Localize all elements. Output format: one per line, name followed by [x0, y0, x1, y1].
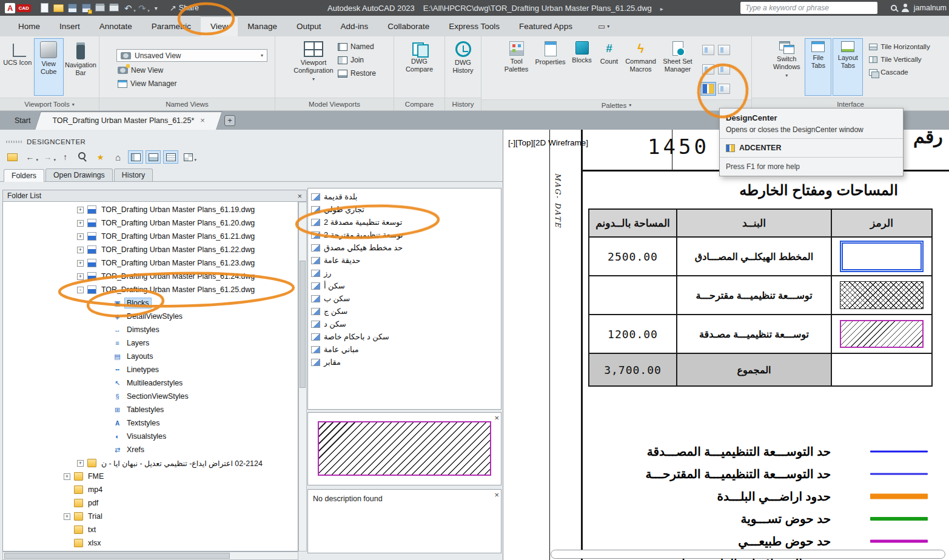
command-macros-button[interactable]: Command Macros: [623, 38, 659, 98]
content-item[interactable]: رز: [308, 267, 501, 279]
views-icon[interactable]: [181, 150, 196, 164]
preview-toggle-icon[interactable]: [146, 150, 161, 164]
ribbon-tab[interactable]: View: [201, 16, 238, 36]
content-item[interactable]: سكن ج: [308, 305, 501, 318]
panel-label-history[interactable]: History: [445, 98, 481, 110]
content-item[interactable]: توسعة تنظيمية مقترحة 2: [308, 228, 501, 241]
view-combo[interactable]: Unsaved View ▾: [116, 49, 267, 62]
tree-expander[interactable]: +: [77, 247, 84, 253]
close-icon[interactable]: ×: [297, 192, 302, 200]
count-button[interactable]: Count: [597, 38, 622, 98]
panel-label-compare[interactable]: Compare: [394, 98, 444, 110]
tree-expander[interactable]: +: [64, 473, 70, 480]
save-as-icon[interactable]: [80, 2, 93, 15]
tree-expander[interactable]: +: [64, 513, 70, 520]
search-icon[interactable]: [891, 5, 897, 11]
ribbon-tab[interactable]: Insert: [50, 16, 90, 36]
content-item[interactable]: حديقة عامة: [308, 254, 501, 267]
tree-item[interactable]: Visualstyles: [3, 430, 298, 443]
new-view-button[interactable]: New View: [116, 65, 267, 75]
command-line-edge[interactable]: [551, 550, 945, 559]
designcenter-icon[interactable]: [702, 84, 714, 94]
ribbon-tab[interactable]: Annotate: [90, 16, 142, 36]
tree-item[interactable]: DetailViewStyles: [3, 310, 298, 323]
dwg-compare-button[interactable]: DWG Compare: [404, 38, 435, 96]
redo-icon[interactable]: [136, 2, 149, 15]
palette-grid-icon-6[interactable]: [718, 84, 730, 94]
drawing-canvas[interactable]: [-][Top][2D Wireframe] 1450 رقم MAG- DAT…: [503, 130, 949, 560]
tree-item[interactable]: Dimstyles: [3, 323, 298, 336]
tree-item[interactable]: Blocks: [3, 296, 298, 310]
ribbon-tab[interactable]: Output: [287, 16, 331, 36]
designcenter-tab[interactable]: Open Drawings: [45, 168, 113, 181]
content-item[interactable]: سكن ب: [308, 292, 501, 305]
tree-expander[interactable]: +: [77, 260, 84, 267]
tree-item[interactable]: + TOR_Drafting Urban Master Plans_61.24.…: [3, 270, 298, 283]
viewport-controls[interactable]: [-][Top][2D Wireframe]: [508, 138, 588, 147]
share-button[interactable]: Share: [170, 4, 199, 13]
panel-label-palettes[interactable]: Palettes▾: [481, 99, 751, 110]
join-viewport-button[interactable]: Join: [337, 55, 377, 65]
content-item[interactable]: بلدة قديمة: [308, 190, 501, 203]
restore-viewport-button[interactable]: Restore: [337, 68, 377, 78]
undo-icon[interactable]: [122, 2, 135, 15]
new-file-icon[interactable]: [38, 2, 51, 15]
layout-tabs-button[interactable]: Layout Tabs: [833, 38, 863, 96]
tree-item[interactable]: Layers: [3, 336, 298, 350]
palette-grid-icon-4[interactable]: [718, 64, 730, 75]
tree-item[interactable]: - TOR_Drafting Urban Master Plans_61.25.…: [3, 283, 298, 296]
forward-icon[interactable]: [40, 150, 55, 164]
search-input[interactable]: [740, 2, 877, 14]
tree-item[interactable]: Textstyles: [3, 416, 298, 430]
ribbon-tab[interactable]: Featured Apps: [509, 16, 582, 36]
close-icon[interactable]: ×: [494, 413, 499, 422]
panel-label-viewport-tools[interactable]: Viewport Tools▾: [0, 98, 99, 110]
ribbon-tab[interactable]: Collaborate: [378, 16, 439, 36]
customize-icon[interactable]: [150, 2, 163, 15]
navigation-bar-button[interactable]: Navigation Bar: [65, 38, 96, 96]
search-icon[interactable]: [75, 150, 90, 164]
tree-item[interactable]: Linetypes: [3, 363, 298, 376]
tile-vertically-button[interactable]: Tile Vertically: [868, 55, 931, 64]
palette-grid-icon-1[interactable]: [702, 45, 714, 55]
content-item[interactable]: توسعة تنظيمية مصدقة 2: [308, 216, 501, 228]
close-icon[interactable]: ×: [200, 116, 205, 125]
properties-button[interactable]: Properties: [534, 38, 568, 98]
designcenter-title-bar[interactable]: DESIGNCENTER: [0, 136, 503, 148]
scrollbar-thumb[interactable]: [4, 553, 230, 559]
tree-item[interactable]: + Trial: [3, 510, 298, 523]
home-icon[interactable]: [110, 150, 126, 164]
tree-toggle-icon[interactable]: [128, 150, 143, 164]
tree-item[interactable]: Multileaderstyles: [3, 376, 298, 390]
designcenter-tab[interactable]: Folders: [4, 169, 44, 182]
panel-label-named-views[interactable]: Named Views: [99, 98, 275, 110]
print-icon[interactable]: [108, 2, 121, 15]
ribbon-tab[interactable]: Parametric: [142, 16, 201, 36]
tree-item[interactable]: txt: [3, 523, 298, 536]
tree-expander[interactable]: -: [77, 287, 84, 293]
tree-expander[interactable]: +: [77, 273, 84, 280]
tree-item[interactable]: pdf: [3, 496, 298, 510]
description-toggle-icon[interactable]: [163, 150, 178, 164]
tile-horizontally-button[interactable]: Tile Horizontally: [868, 42, 931, 51]
tree-expander[interactable]: +: [77, 233, 84, 240]
sheet-set-manager-button[interactable]: Sheet Set Manager: [660, 38, 696, 98]
content-item[interactable]: سكن أ: [308, 279, 501, 292]
back-icon[interactable]: [22, 150, 38, 164]
tree-item[interactable]: + FME: [3, 470, 298, 483]
close-icon[interactable]: ×: [494, 490, 499, 499]
scrollbar-thumb[interactable]: [300, 261, 306, 388]
content-item[interactable]: سكن د باحكام خاصة: [308, 330, 501, 343]
palette-grid-icon-3[interactable]: [702, 64, 714, 75]
view-manager-button[interactable]: View Manager: [116, 79, 267, 88]
tab-drawing[interactable]: TOR_Drafting Urban Master Plans_61.25* ×: [41, 111, 216, 130]
tree-item[interactable]: + TOR_Drafting Urban Master Plans_61.21.…: [3, 230, 298, 243]
open-folder-icon[interactable]: [52, 2, 65, 15]
content-item[interactable]: حد مخطط هيكلي مصدق: [308, 241, 501, 254]
named-viewport-button[interactable]: Named: [337, 42, 377, 52]
ribbon-display-toggle[interactable]: [598, 16, 609, 36]
content-item[interactable]: مقابر: [308, 356, 501, 368]
tree-expander[interactable]: +: [77, 220, 84, 227]
view-cube-button[interactable]: View Cube: [34, 38, 64, 96]
tree-vertical-scrollbar[interactable]: [298, 202, 307, 552]
